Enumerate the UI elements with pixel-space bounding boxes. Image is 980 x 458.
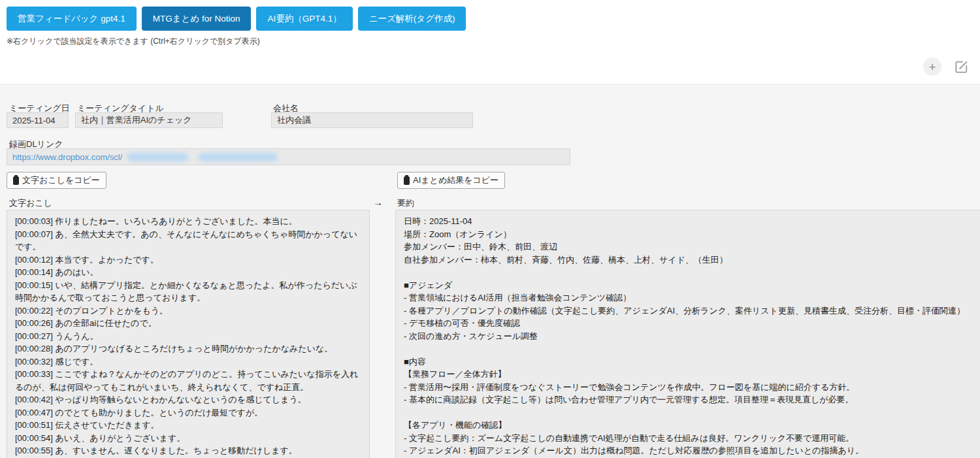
transcript-column-label: 文字おこし: [9, 197, 52, 209]
app-button-mtg-notion[interactable]: MTGまとめ for Notion: [142, 7, 252, 31]
record-toolbar: +: [923, 57, 970, 76]
arrow-right-icon: →: [373, 197, 383, 208]
redacted-url-segment: [127, 153, 188, 161]
app-button-needs-analysis[interactable]: ニーズ解析(タグ作成): [358, 7, 466, 31]
recording-link-url[interactable]: https://www.dropbox.com/scl/: [12, 152, 122, 162]
meeting-title-field[interactable]: 社内｜営業活用AIのチェック: [75, 112, 223, 128]
copy-summary-button[interactable]: AIまとめ結果をコピー: [397, 172, 505, 189]
company-name-field[interactable]: 社内会議: [271, 112, 473, 128]
recording-link-field[interactable]: https://www.dropbox.com/scl/: [7, 148, 570, 165]
redacted-url-segment: [199, 153, 277, 161]
summary-column-label: 要約: [397, 197, 414, 209]
app-button-ai-summary[interactable]: AI要約（GPT4.1）: [256, 7, 352, 31]
copy-transcript-label: 文字おこしをコピー: [22, 174, 100, 186]
right-click-note: ※右クリックで該当設定を表示できます (Ctrl+右クリックで別タブ表示): [7, 36, 260, 47]
edit-record-icon[interactable]: [953, 59, 970, 75]
copy-summary-label: AIまとめ結果をコピー: [413, 174, 498, 186]
copy-transcript-button[interactable]: 文字おこしをコピー: [7, 172, 106, 189]
transcript-textarea[interactable]: [00:00:03] 作りましたねー。いろいろありがとうございました。本当に。 …: [7, 210, 370, 458]
app-button-row: 営業フィードバック gpt4.1 MTGまとめ for Notion AI要約（…: [7, 7, 466, 31]
meeting-date-field[interactable]: 2025-11-04: [7, 112, 69, 128]
clipboard-icon: [13, 176, 19, 185]
add-record-icon[interactable]: +: [923, 57, 941, 76]
record-detail: ミーティング日 2025-11-04 ミーティングタイトル 社内｜営業活用AIの…: [0, 86, 980, 458]
header: 営業フィードバック gpt4.1 MTGまとめ for Notion AI要約（…: [0, 0, 980, 85]
app-button-sales-feedback[interactable]: 営業フィードバック gpt4.1: [7, 7, 137, 31]
app-page: 営業フィードバック gpt4.1 MTGまとめ for Notion AI要約（…: [0, 0, 980, 458]
clipboard-icon: [404, 176, 410, 185]
summary-textarea[interactable]: 日時：2025-11-04 場所：Zoom（オンライン） 参加メンバー：田中、鈴…: [395, 210, 980, 458]
